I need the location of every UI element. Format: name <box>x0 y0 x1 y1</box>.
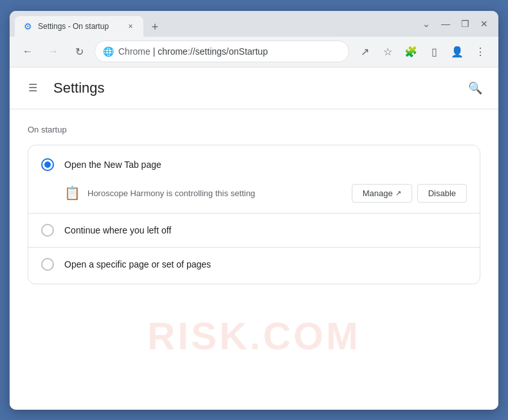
address-rest-path: /onStartup <box>226 46 268 57</box>
sidebar-button[interactable]: ▯ <box>424 41 444 62</box>
maximize-button[interactable]: ❐ <box>456 15 474 33</box>
back-button[interactable]: ← <box>17 41 38 62</box>
browser-window: ⚙ Settings - On startup × + ⌄ — ❐ ✕ ← → … <box>10 11 498 410</box>
section-title: On startup <box>28 125 480 134</box>
address-bold-path: settings <box>195 46 226 57</box>
extension-buttons: Manage ↗ Disable <box>352 184 467 203</box>
watermark: RISK.COM <box>147 314 361 358</box>
extension-label: Horoscope Harmony is controlling this se… <box>87 188 344 198</box>
radio-continue-label: Continue where you left off <box>64 225 171 235</box>
forward-button[interactable]: → <box>43 41 64 62</box>
address-scheme: chrome:// <box>158 46 195 57</box>
settings-page-title: Settings <box>53 80 455 96</box>
option-specific[interactable]: Open a specific page or set of pages <box>28 250 480 278</box>
manage-button[interactable]: Manage ↗ <box>352 184 412 203</box>
tab-title: Settings - On startup <box>38 22 120 31</box>
settings-search-button[interactable]: 🔍 <box>465 78 485 98</box>
option-continue[interactable]: Continue where you left off <box>28 216 480 244</box>
extensions-button[interactable]: 🧩 <box>401 41 421 62</box>
profile-button[interactable]: 👤 <box>447 41 467 62</box>
chevron-button[interactable]: ⌄ <box>417 15 435 33</box>
address-text: Chrome | chrome://settings/onStartup <box>118 46 268 57</box>
extension-row: 📋 Horoscope Harmony is controlling this … <box>28 179 480 210</box>
radio-specific-label: Open a specific page or set of pages <box>64 259 211 269</box>
tab-strip: ⚙ Settings - On startup × + <box>15 11 415 37</box>
divider-1 <box>28 213 480 214</box>
settings-content-wrapper: On startup Open the New Tab page 📋 Horos… <box>10 109 498 410</box>
tab-favicon: ⚙ <box>23 21 33 32</box>
settings-header: ☰ Settings 🔍 <box>10 68 498 109</box>
site-name: Chrome <box>118 46 150 57</box>
navigation-bar: ← → ↻ 🌐 Chrome | chrome://settings/onSta… <box>10 37 498 68</box>
nav-actions: ↗ ☆ 🧩 ▯ 👤 ⋮ <box>354 41 491 62</box>
radio-continue[interactable] <box>41 224 54 237</box>
manage-icon: ↗ <box>395 189 401 197</box>
extension-icon: 📋 <box>64 185 80 201</box>
title-bar-actions: ⌄ — ❐ ✕ <box>417 15 493 33</box>
manage-label: Manage <box>363 188 393 198</box>
hamburger-menu-button[interactable]: ☰ <box>23 78 43 98</box>
divider-2 <box>28 247 480 248</box>
title-bar: ⚙ Settings - On startup × + ⌄ — ❐ ✕ <box>10 11 498 37</box>
bookmark-button[interactable]: ☆ <box>377 41 398 62</box>
new-tab-button[interactable]: + <box>146 19 164 37</box>
radio-new-tab[interactable] <box>41 158 54 171</box>
address-separator: | <box>150 46 158 57</box>
settings-body: On startup Open the New Tab page 📋 Horos… <box>10 109 498 300</box>
content-area: ☰ Settings 🔍 On startup Open the New Tab… <box>10 68 498 410</box>
share-button[interactable]: ↗ <box>354 41 375 62</box>
address-bar[interactable]: 🌐 Chrome | chrome://settings/onStartup <box>95 41 349 62</box>
active-tab[interactable]: ⚙ Settings - On startup × <box>15 16 143 37</box>
minimize-button[interactable]: — <box>437 15 455 33</box>
tab-close-button[interactable]: × <box>125 21 136 32</box>
radio-new-tab-label: Open the New Tab page <box>64 160 161 170</box>
close-button[interactable]: ✕ <box>475 15 493 33</box>
address-favicon: 🌐 <box>103 46 113 57</box>
radio-specific[interactable] <box>41 258 54 271</box>
menu-button[interactable]: ⋮ <box>470 41 491 62</box>
option-new-tab[interactable]: Open the New Tab page <box>28 151 480 179</box>
refresh-button[interactable]: ↻ <box>69 41 89 62</box>
startup-options-card: Open the New Tab page 📋 Horoscope Harmon… <box>28 145 480 284</box>
disable-button[interactable]: Disable <box>417 184 467 203</box>
